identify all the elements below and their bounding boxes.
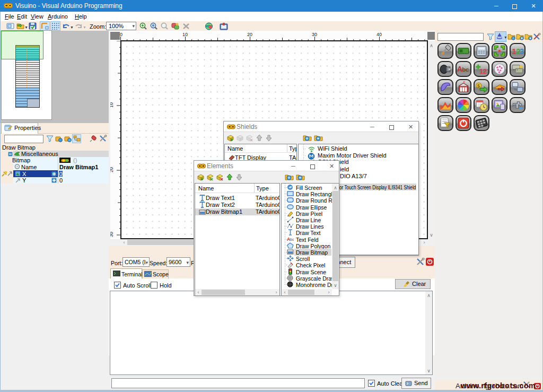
svg-text:0: 0 [120, 32, 122, 37]
svg-text:3: 3 [520, 47, 524, 56]
svg-text:30: 30 [312, 32, 317, 37]
svg-text:40: 40 [376, 32, 382, 37]
svg-text:10: 10 [182, 32, 188, 37]
svg-text:$: $ [477, 83, 480, 88]
svg-text:20: 20 [247, 32, 252, 37]
svg-text:123: 123 [479, 67, 488, 75]
svg-text:bc: bc [462, 66, 469, 73]
svg-text:bc: bc [290, 237, 294, 242]
